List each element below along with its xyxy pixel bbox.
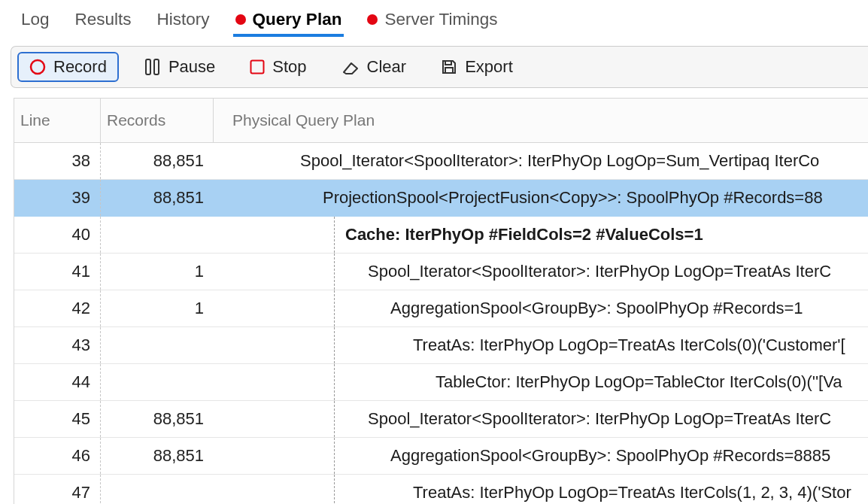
plan-text: Spool_Iterator<SpoolIterator>: IterPhyOp… bbox=[368, 409, 831, 429]
cell-line: 39 bbox=[14, 180, 101, 216]
cell-records bbox=[101, 217, 214, 253]
svg-rect-2 bbox=[154, 59, 159, 74]
plan-text: TreatAs: IterPhyOp LogOp=TreatAs IterCol… bbox=[413, 335, 845, 355]
tab-label: Server Timings bbox=[384, 10, 497, 29]
record-label: Record bbox=[53, 57, 107, 77]
table-row[interactable]: 4588,851Spool_Iterator<SpoolIterator>: I… bbox=[14, 401, 868, 438]
table-row[interactable]: 40Cache: IterPhyOp #FieldCols=2 #ValueCo… bbox=[14, 217, 868, 254]
grid-body: 3888,851Spool_Iterator<SpoolIterator>: I… bbox=[14, 143, 868, 504]
cell-line: 38 bbox=[14, 143, 101, 179]
plan-text: Spool_Iterator<SpoolIterator>: IterPhyOp… bbox=[368, 262, 831, 281]
cell-records bbox=[101, 364, 214, 400]
cell-plan: Spool_Iterator<SpoolIterator>: IterPhyOp… bbox=[214, 254, 868, 290]
tree-guide-line bbox=[334, 364, 335, 400]
cell-records: 1 bbox=[101, 290, 214, 326]
cell-plan: Cache: IterPhyOp #FieldCols=2 #ValueCols… bbox=[214, 217, 868, 253]
tree-guide-line bbox=[334, 327, 335, 363]
plan-text: AggregationSpool<GroupBy>: SpoolPhyOp #R… bbox=[390, 446, 830, 466]
cell-plan: AggregationSpool<GroupBy>: SpoolPhyOp #R… bbox=[214, 438, 868, 474]
tab-label: Log bbox=[21, 10, 50, 29]
eraser-icon bbox=[341, 59, 360, 75]
column-header-line[interactable]: Line bbox=[14, 99, 101, 142]
tab-label: History bbox=[157, 10, 210, 29]
grid-header: Line Records Physical Query Plan bbox=[14, 99, 868, 143]
cell-plan: TreatAs: IterPhyOp LogOp=TreatAs IterCol… bbox=[214, 327, 868, 363]
stop-label: Stop bbox=[272, 57, 306, 77]
toolbar: Record Pause Stop Clear Export bbox=[11, 46, 868, 88]
tab-history[interactable]: History bbox=[155, 6, 212, 37]
svg-rect-4 bbox=[445, 61, 451, 65]
svg-rect-5 bbox=[445, 68, 453, 73]
column-header-plan[interactable]: Physical Query Plan bbox=[214, 99, 868, 142]
tab-query-plan[interactable]: Query Plan bbox=[233, 6, 344, 37]
stop-button[interactable]: Stop bbox=[241, 53, 315, 81]
cell-records: 88,851 bbox=[101, 438, 214, 474]
tab-log[interactable]: Log bbox=[19, 6, 52, 37]
svg-rect-1 bbox=[146, 59, 150, 74]
cell-records: 1 bbox=[101, 254, 214, 290]
cell-records: 88,851 bbox=[101, 143, 214, 179]
cell-line: 46 bbox=[14, 438, 101, 474]
table-row[interactable]: 4688,851AggregationSpool<GroupBy>: Spool… bbox=[14, 438, 868, 475]
column-header-records[interactable]: Records bbox=[101, 99, 214, 142]
table-row[interactable]: 43TreatAs: IterPhyOp LogOp=TreatAs IterC… bbox=[14, 327, 868, 364]
pause-icon bbox=[144, 58, 161, 76]
tree-guide-line bbox=[334, 217, 335, 253]
tree-guide-line bbox=[334, 475, 335, 504]
pause-button[interactable]: Pause bbox=[135, 53, 224, 81]
tree-guide-line bbox=[334, 438, 335, 474]
tree-guide-line bbox=[334, 401, 335, 437]
tab-server-timings[interactable]: Server Timings bbox=[365, 6, 499, 37]
plan-text: Cache: IterPhyOp #FieldCols=2 #ValueCols… bbox=[345, 225, 703, 244]
cell-records: 88,851 bbox=[101, 180, 214, 216]
plan-text: TableCtor: IterPhyOp LogOp=TableCtor Ite… bbox=[436, 372, 842, 392]
cell-plan: TableCtor: IterPhyOp LogOp=TableCtor Ite… bbox=[214, 364, 868, 400]
table-row[interactable]: 3888,851Spool_Iterator<SpoolIterator>: I… bbox=[14, 143, 868, 180]
table-row[interactable]: 3988,851ProjectionSpool<ProjectFusion<Co… bbox=[14, 180, 868, 217]
cell-line: 40 bbox=[14, 217, 101, 253]
query-plan-grid: Line Records Physical Query Plan 3888,85… bbox=[14, 98, 868, 504]
cell-plan: Spool_Iterator<SpoolIterator>: IterPhyOp… bbox=[214, 143, 868, 179]
clear-label: Clear bbox=[367, 57, 407, 77]
table-row[interactable]: 411Spool_Iterator<SpoolIterator>: IterPh… bbox=[14, 254, 868, 290]
cell-plan: Spool_Iterator<SpoolIterator>: IterPhyOp… bbox=[214, 401, 868, 437]
save-icon bbox=[441, 59, 457, 75]
tree-guide-line bbox=[334, 290, 335, 326]
recording-dot-icon bbox=[235, 14, 246, 25]
export-label: Export bbox=[465, 57, 513, 77]
cell-plan: AggregationSpool<GroupBy>: SpoolPhyOp #R… bbox=[214, 290, 868, 326]
tab-results[interactable]: Results bbox=[73, 6, 134, 37]
tree-guide-line bbox=[334, 254, 335, 290]
recording-dot-icon bbox=[367, 14, 378, 25]
plan-text: TreatAs: IterPhyOp LogOp=TreatAs IterCol… bbox=[413, 483, 851, 502]
svg-rect-3 bbox=[251, 61, 264, 74]
cell-line: 43 bbox=[14, 327, 101, 363]
tab-label: Results bbox=[75, 10, 132, 29]
cell-records bbox=[101, 327, 214, 363]
plan-text: AggregationSpool<GroupBy>: SpoolPhyOp #R… bbox=[390, 299, 803, 318]
cell-line: 45 bbox=[14, 401, 101, 437]
export-button[interactable]: Export bbox=[432, 53, 522, 81]
cell-line: 42 bbox=[14, 290, 101, 326]
plan-text: Spool_Iterator<SpoolIterator>: IterPhyOp… bbox=[300, 151, 819, 171]
clear-button[interactable]: Clear bbox=[332, 53, 416, 81]
cell-plan: TreatAs: IterPhyOp LogOp=TreatAs IterCol… bbox=[214, 475, 868, 504]
record-button[interactable]: Record bbox=[17, 52, 119, 82]
cell-plan: ProjectionSpool<ProjectFusion<Copy>>: Sp… bbox=[214, 180, 868, 216]
svg-point-0 bbox=[31, 60, 44, 74]
stop-icon bbox=[250, 59, 265, 74]
cell-records bbox=[101, 475, 214, 504]
pause-label: Pause bbox=[168, 57, 215, 77]
table-row[interactable]: 44TableCtor: IterPhyOp LogOp=TableCtor I… bbox=[14, 364, 868, 401]
cell-line: 41 bbox=[14, 254, 101, 290]
tab-label: Query Plan bbox=[253, 10, 342, 29]
cell-records: 88,851 bbox=[101, 401, 214, 437]
table-row[interactable]: 421AggregationSpool<GroupBy>: SpoolPhyOp… bbox=[14, 290, 868, 327]
table-row[interactable]: 47TreatAs: IterPhyOp LogOp=TreatAs IterC… bbox=[14, 475, 868, 504]
cell-line: 47 bbox=[14, 475, 101, 504]
tabs-bar: Log Results History Query Plan Server Ti… bbox=[0, 0, 868, 41]
record-icon bbox=[29, 59, 46, 75]
cell-line: 44 bbox=[14, 364, 101, 400]
plan-text: ProjectionSpool<ProjectFusion<Copy>>: Sp… bbox=[323, 188, 823, 208]
